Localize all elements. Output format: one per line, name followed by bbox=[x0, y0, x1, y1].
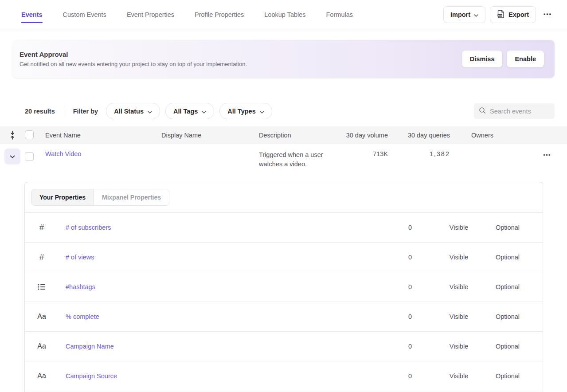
property-row: # # of views 0 Visible Optional bbox=[25, 243, 543, 272]
export-button[interactable]: csv Export bbox=[490, 6, 536, 23]
properties-tab-bar: Your Properties Mixpanel Properties bbox=[25, 182, 543, 213]
event-name-link[interactable]: Watch Video bbox=[45, 150, 81, 157]
property-name-link[interactable]: Campaign Name bbox=[66, 343, 114, 350]
dismiss-button[interactable]: Dismiss bbox=[462, 51, 503, 67]
event-approval-banner: Event Approval Get notified on all new e… bbox=[12, 40, 555, 78]
number-type-icon: # bbox=[37, 252, 46, 262]
events-table-header: Event Name Display Name Description 30 d… bbox=[0, 126, 567, 144]
property-row: #hashtags 0 Visible Optional bbox=[25, 272, 543, 302]
property-visibility: Visible bbox=[434, 224, 483, 231]
tab-profile-properties[interactable]: Profile Properties bbox=[195, 0, 244, 29]
column-30-day-volume: 30 day volume bbox=[343, 132, 388, 139]
event-name-cell: Watch Video bbox=[45, 150, 161, 157]
properties-segmented-control: Your Properties Mixpanel Properties bbox=[31, 189, 169, 206]
import-button[interactable]: Import bbox=[443, 6, 485, 23]
row-actions-cell: ⋯ bbox=[532, 150, 567, 160]
property-requirement: Optional bbox=[483, 313, 532, 320]
tags-filter-dropdown[interactable]: All Tags bbox=[165, 103, 214, 119]
svg-text:csv: csv bbox=[498, 14, 502, 16]
tab-custom-events-label: Custom Events bbox=[63, 11, 106, 18]
tab-profile-properties-label: Profile Properties bbox=[195, 11, 244, 18]
collapse-row-button[interactable] bbox=[4, 149, 20, 165]
row-more-options-icon[interactable]: ⋯ bbox=[543, 151, 551, 159]
property-requirement: Optional bbox=[483, 372, 532, 380]
tab-event-properties[interactable]: Event Properties bbox=[127, 0, 174, 29]
tab-event-properties-label: Event Properties bbox=[127, 11, 174, 18]
import-button-label: Import bbox=[450, 11, 470, 18]
row-checkbox[interactable] bbox=[25, 152, 34, 161]
property-requirement: Optional bbox=[483, 283, 532, 290]
tab-events[interactable]: Events bbox=[21, 0, 43, 29]
column-30-day-queries: 30 day queries bbox=[388, 132, 450, 139]
export-button-label: Export bbox=[508, 11, 529, 18]
tab-custom-events[interactable]: Custom Events bbox=[63, 0, 106, 29]
number-type-icon: # bbox=[37, 223, 46, 232]
status-filter-dropdown[interactable]: All Status bbox=[106, 103, 160, 119]
tab-formulas-label: Formulas bbox=[326, 11, 353, 18]
header-checkbox-cell bbox=[25, 130, 45, 141]
property-row: Aa Campaign Name 0 Visible Optional bbox=[25, 332, 543, 361]
top-navigation: Events Custom Events Event Properties Pr… bbox=[0, 0, 567, 29]
tags-filter-label: All Tags bbox=[173, 108, 198, 115]
nav-actions: Import csv Export ⋯ bbox=[443, 6, 555, 23]
row-checkbox-cell bbox=[25, 150, 45, 162]
property-name-link[interactable]: Campaign Source bbox=[66, 372, 117, 380]
more-options-icon[interactable]: ⋯ bbox=[540, 9, 555, 20]
types-filter-dropdown[interactable]: All Types bbox=[219, 103, 272, 119]
property-requirement: Optional bbox=[483, 224, 532, 231]
text-type-icon: Aa bbox=[37, 342, 46, 350]
description-line-2: watches a video. bbox=[259, 160, 343, 169]
list-type-icon bbox=[37, 283, 46, 290]
search-input[interactable] bbox=[490, 108, 550, 115]
property-visibility: Visible bbox=[434, 343, 483, 350]
banner-text: Event Approval Get notified on all new e… bbox=[20, 51, 247, 67]
property-visibility: Visible bbox=[434, 372, 483, 380]
property-visibility: Visible bbox=[434, 254, 483, 261]
expand-cell bbox=[0, 150, 25, 165]
vertical-divider bbox=[64, 106, 64, 117]
banner-subtitle: Get notified on all new events entering … bbox=[20, 61, 247, 67]
tab-mixpanel-properties[interactable]: Mixpanel Properties bbox=[94, 189, 169, 205]
chevron-down-icon bbox=[260, 108, 264, 115]
collapse-all-icon[interactable] bbox=[0, 131, 25, 140]
property-name-link[interactable]: # of subscribers bbox=[66, 224, 111, 231]
property-visibility: Visible bbox=[434, 313, 483, 320]
column-display-name: Display Name bbox=[161, 132, 259, 139]
chevron-down-icon bbox=[148, 108, 152, 115]
text-type-icon: Aa bbox=[37, 372, 46, 380]
description-line-1: Triggered when a user bbox=[259, 150, 343, 160]
column-description: Description bbox=[259, 132, 343, 139]
property-row: # # of subscribers 0 Visible Optional bbox=[25, 213, 543, 243]
column-owners: Owners bbox=[450, 132, 532, 139]
tab-lookup-tables[interactable]: Lookup Tables bbox=[264, 0, 305, 29]
results-count: 20 results bbox=[25, 108, 55, 115]
property-value: 0 bbox=[386, 254, 434, 261]
property-value: 0 bbox=[386, 343, 434, 350]
queries-cell: 1,382 bbox=[388, 150, 450, 157]
property-value: 0 bbox=[386, 372, 434, 380]
chevron-down-icon bbox=[202, 108, 206, 115]
search-icon bbox=[479, 107, 486, 116]
property-requirement: Optional bbox=[483, 254, 532, 261]
property-name-link[interactable]: # of views bbox=[66, 254, 94, 261]
filter-by-label: Filter by bbox=[73, 108, 98, 115]
property-requirement: Optional bbox=[483, 343, 532, 350]
tab-formulas[interactable]: Formulas bbox=[326, 0, 353, 29]
property-row: Aa % complete 0 Visible Optional bbox=[25, 302, 543, 332]
property-value: 0 bbox=[386, 313, 434, 320]
property-value: 0 bbox=[386, 224, 434, 231]
status-filter-label: All Status bbox=[114, 108, 144, 115]
banner-actions: Dismiss Enable bbox=[462, 51, 544, 67]
property-name-link[interactable]: % complete bbox=[66, 313, 99, 320]
property-row: Aa Campaign Source 0 Visible Optional bbox=[25, 361, 543, 391]
tab-your-properties[interactable]: Your Properties bbox=[31, 189, 94, 205]
volume-cell: 713K bbox=[343, 150, 388, 157]
banner-title: Event Approval bbox=[20, 51, 247, 58]
property-name-link[interactable]: #hashtags bbox=[66, 283, 95, 290]
tab-lookup-tables-label: Lookup Tables bbox=[264, 11, 305, 18]
chevron-down-icon bbox=[474, 11, 478, 18]
select-all-checkbox[interactable] bbox=[25, 130, 34, 139]
filter-bar: 20 results Filter by All Status All Tags… bbox=[0, 103, 567, 119]
property-value: 0 bbox=[386, 283, 434, 290]
enable-button[interactable]: Enable bbox=[507, 51, 544, 67]
